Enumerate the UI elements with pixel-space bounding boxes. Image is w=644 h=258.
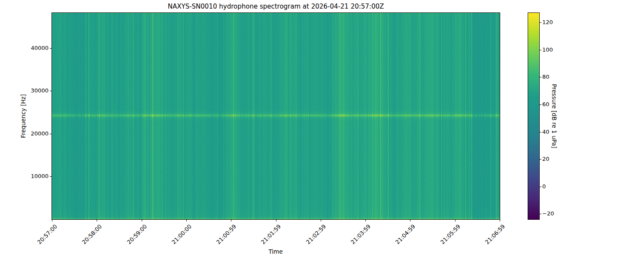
y-tick-mark <box>50 134 52 134</box>
y-tick-mark <box>50 48 52 49</box>
y-tick-label: 10000 <box>0 172 49 180</box>
x-tick-mark <box>500 220 500 221</box>
x-axis-label: Time <box>268 248 283 255</box>
x-tick-label: 20:57:00 <box>36 223 59 246</box>
colorbar-tick-label: 120 <box>542 18 553 26</box>
colorbar-tick-mark <box>540 187 541 187</box>
colorbar-tick-mark <box>540 50 541 50</box>
colorbar-tick-label: 60 <box>542 101 550 108</box>
y-tick-label: 30000 <box>0 87 49 95</box>
x-tick-label: 21:00:00 <box>170 223 193 246</box>
x-tick-mark <box>455 220 456 221</box>
colorbar-canvas <box>528 13 539 219</box>
x-tick-label: 21:02:59 <box>305 223 328 246</box>
x-tick-label: 21:00:59 <box>215 223 238 246</box>
colorbar-tick-mark <box>540 22 541 23</box>
x-tick-label: 21:05:59 <box>439 223 462 246</box>
plot-area <box>52 12 500 220</box>
colorbar-tick-mark <box>540 77 541 77</box>
colorbar-tick-label: 0 <box>542 183 546 190</box>
y-axis-label: Frequency [Hz] <box>20 94 27 138</box>
y-tick-mark <box>50 91 52 91</box>
colorbar-tick-label: 100 <box>542 46 553 54</box>
colorbar-tick-mark <box>540 214 541 214</box>
colorbar <box>528 12 540 220</box>
x-tick-mark <box>276 220 276 221</box>
colorbar-tick-mark <box>540 104 541 105</box>
x-tick-label: 21:04:59 <box>394 223 417 246</box>
colorbar-tick-mark <box>540 159 541 160</box>
y-tick-mark <box>50 176 52 177</box>
x-tick-mark <box>52 220 52 221</box>
y-tick-label: 40000 <box>0 44 49 52</box>
spectrogram-canvas <box>52 13 500 219</box>
figure: NAXYS-SN0010 hydrophone spectrogram at 2… <box>0 0 644 258</box>
colorbar-tick-mark <box>540 132 541 132</box>
x-tick-label: 20:58:00 <box>81 223 103 246</box>
colorbar-label: Pressure [dB re 1 uPa] <box>551 84 558 148</box>
x-tick-label: 21:01:59 <box>260 223 283 246</box>
x-tick-mark <box>410 220 410 221</box>
x-tick-mark <box>186 220 187 221</box>
x-tick-label: 21:06:59 <box>484 223 507 246</box>
colorbar-tick-label: 80 <box>542 73 550 81</box>
x-tick-mark <box>365 220 366 221</box>
x-tick-mark <box>97 220 97 221</box>
colorbar-tick-label: −20 <box>542 210 554 218</box>
x-tick-label: 20:59:00 <box>126 223 149 246</box>
colorbar-tick-label: 40 <box>542 128 550 136</box>
x-tick-mark <box>142 220 142 221</box>
x-tick-mark <box>321 220 321 221</box>
x-tick-mark <box>231 220 231 221</box>
chart-title: NAXYS-SN0010 hydrophone spectrogram at 2… <box>52 2 500 11</box>
colorbar-tick-label: 20 <box>542 155 550 163</box>
x-tick-label: 21:03:59 <box>349 223 372 246</box>
